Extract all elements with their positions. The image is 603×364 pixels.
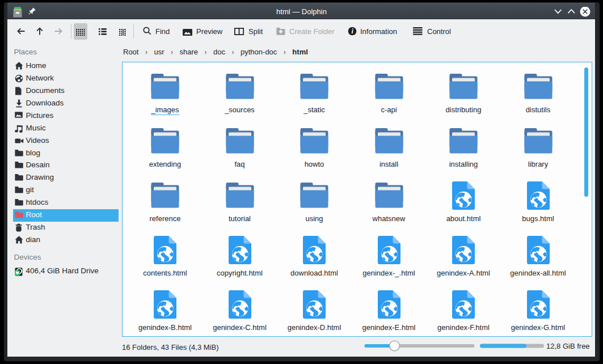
svg-text:i: i: [351, 27, 353, 35]
